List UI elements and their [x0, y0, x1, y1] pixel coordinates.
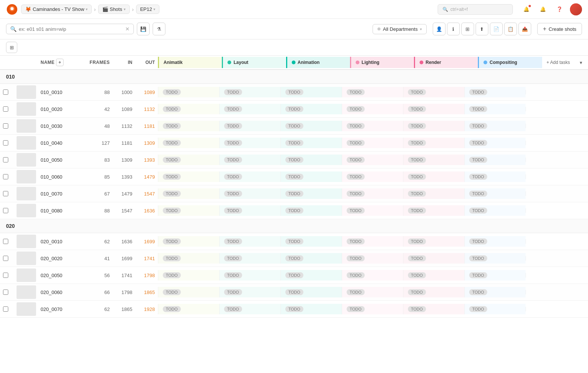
task-compositing[interactable]: TODO	[464, 87, 526, 97]
nav-project[interactable]: 🦊 Caminandes - TV Show ▾	[21, 5, 92, 14]
save-filter-button[interactable]: 💾	[137, 23, 150, 35]
shot-name[interactable]: 020_0060	[38, 287, 83, 298]
row-checkbox[interactable]	[3, 208, 8, 213]
task-compositing[interactable]: TODO	[464, 171, 526, 182]
row-check[interactable]	[0, 303, 15, 315]
row-check[interactable]	[0, 253, 15, 264]
task-render[interactable]: TODO	[403, 287, 464, 297]
task-render[interactable]: TODO	[403, 104, 464, 114]
task-animatik[interactable]: TODO	[158, 138, 219, 148]
row-check[interactable]	[0, 120, 15, 132]
nav-episode[interactable]: EP12 ▾	[136, 5, 160, 14]
task-layout[interactable]: TODO	[219, 121, 280, 131]
shot-name[interactable]: 010_0050	[38, 154, 83, 166]
task-compositing[interactable]: TODO	[464, 270, 526, 281]
task-animatik[interactable]: TODO	[158, 121, 219, 131]
task-animatik[interactable]: TODO	[158, 287, 219, 297]
create-shots-button[interactable]: + Create shots	[537, 23, 582, 35]
task-animatik[interactable]: TODO	[158, 236, 219, 247]
task-animatik[interactable]: TODO	[158, 205, 219, 216]
task-animatik[interactable]: TODO	[158, 188, 219, 199]
task-layout[interactable]: TODO	[219, 287, 280, 297]
shot-name[interactable]: 010_0080	[38, 205, 83, 217]
filter-button[interactable]: ⚗	[153, 23, 165, 35]
row-checkbox[interactable]	[3, 290, 8, 295]
task-layout[interactable]: TODO	[219, 155, 280, 165]
row-check[interactable]	[0, 86, 15, 98]
task-compositing[interactable]: TODO	[464, 155, 526, 165]
task-animatik[interactable]: TODO	[158, 253, 219, 264]
row-check[interactable]	[0, 137, 15, 149]
task-compositing[interactable]: TODO	[464, 205, 526, 216]
row-checkbox[interactable]	[3, 174, 8, 179]
task-animatik[interactable]: TODO	[158, 104, 219, 114]
task-render[interactable]: TODO	[403, 138, 464, 148]
task-layout[interactable]: TODO	[219, 138, 280, 148]
expand-button[interactable]: ▾	[574, 60, 588, 65]
task-layout[interactable]: TODO	[219, 205, 280, 216]
row-check[interactable]	[0, 287, 15, 298]
task-animation[interactable]: TODO	[280, 104, 342, 114]
notifications-icon[interactable]: 🔔	[520, 3, 532, 15]
task-animation[interactable]: TODO	[280, 87, 342, 97]
task-render[interactable]: TODO	[403, 304, 464, 314]
task-animation[interactable]: TODO	[280, 287, 342, 297]
task-animatik[interactable]: TODO	[158, 270, 219, 281]
task-compositing[interactable]: TODO	[464, 253, 526, 264]
row-checkbox[interactable]	[3, 273, 8, 278]
task-layout[interactable]: TODO	[219, 236, 280, 247]
shot-name[interactable]: 020_0020	[38, 253, 83, 264]
task-animation[interactable]: TODO	[280, 138, 342, 148]
header-lighting[interactable]: Lighting	[350, 57, 414, 68]
person-icon-button[interactable]: 👤	[433, 23, 446, 35]
task-layout[interactable]: TODO	[219, 87, 280, 97]
upload-icon-button[interactable]: ⬆	[476, 23, 488, 35]
doc-icon-button[interactable]: 📋	[504, 23, 517, 35]
task-lighting[interactable]: TODO	[342, 270, 403, 281]
task-lighting[interactable]: TODO	[342, 121, 403, 131]
task-animatik[interactable]: TODO	[158, 304, 219, 314]
task-lighting[interactable]: TODO	[342, 138, 403, 148]
task-layout[interactable]: TODO	[219, 104, 280, 114]
task-compositing[interactable]: TODO	[464, 287, 526, 297]
task-animation[interactable]: TODO	[280, 236, 342, 247]
row-check[interactable]	[0, 205, 15, 216]
task-lighting[interactable]: TODO	[342, 87, 403, 97]
task-layout[interactable]: TODO	[219, 304, 280, 314]
shot-name[interactable]: 010_0030	[38, 120, 83, 132]
task-compositing[interactable]: TODO	[464, 121, 526, 131]
group-header-020[interactable]: 020	[0, 219, 588, 233]
task-render[interactable]: TODO	[403, 155, 464, 165]
global-search[interactable]: 🔍 ctrl+alt+f	[438, 4, 513, 15]
task-lighting[interactable]: TODO	[342, 104, 403, 114]
bell-icon[interactable]: 🔔	[537, 3, 549, 15]
task-lighting[interactable]: TODO	[342, 287, 403, 297]
header-animation[interactable]: Animation	[286, 57, 350, 68]
task-render[interactable]: TODO	[403, 87, 464, 97]
row-checkbox[interactable]	[3, 256, 8, 261]
task-compositing[interactable]: TODO	[464, 138, 526, 148]
help-icon[interactable]: ❓	[553, 3, 565, 15]
shot-name[interactable]: 020_0010	[38, 236, 83, 247]
shot-name[interactable]: 010_0010	[38, 86, 83, 98]
row-checkbox[interactable]	[3, 157, 8, 162]
preview-icon-button[interactable]: ⊞	[461, 23, 474, 35]
task-animation[interactable]: TODO	[280, 205, 342, 216]
row-checkbox[interactable]	[3, 106, 8, 112]
task-animation[interactable]: TODO	[280, 121, 342, 131]
search-clear-button[interactable]: ✕	[125, 26, 130, 32]
task-animatik[interactable]: TODO	[158, 171, 219, 182]
row-checkbox[interactable]	[3, 191, 8, 196]
shot-name[interactable]: 010_0020	[38, 103, 83, 115]
row-checkbox[interactable]	[3, 239, 8, 244]
header-animatik[interactable]: Animatik	[158, 57, 222, 68]
app-logo[interactable]	[6, 3, 18, 15]
shot-name[interactable]: 020_0070	[38, 303, 83, 315]
file-icon-button[interactable]: 📄	[490, 23, 503, 35]
task-lighting[interactable]: TODO	[342, 205, 403, 216]
task-lighting[interactable]: TODO	[342, 155, 403, 165]
task-compositing[interactable]: TODO	[464, 188, 526, 199]
row-check[interactable]	[0, 236, 15, 247]
task-compositing[interactable]: TODO	[464, 236, 526, 247]
task-lighting[interactable]: TODO	[342, 188, 403, 199]
